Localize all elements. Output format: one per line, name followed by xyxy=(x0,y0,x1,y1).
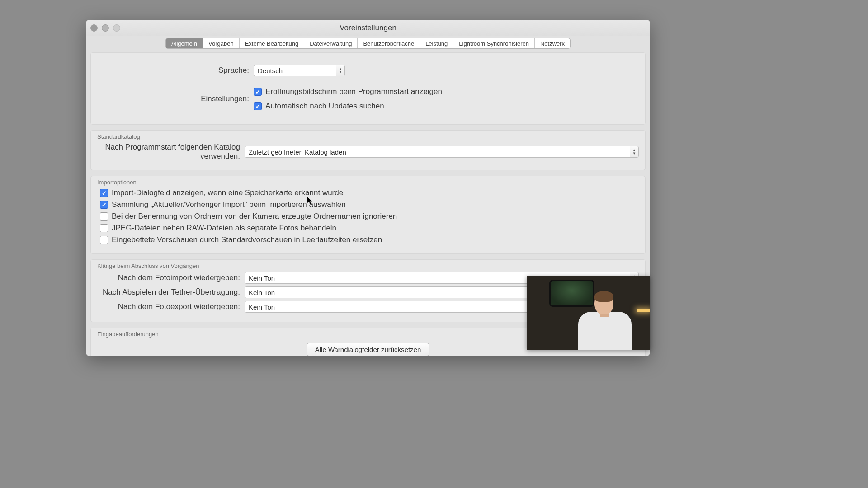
checkbox-label: JPEG-Dateien neben RAW-Dateien als separ… xyxy=(112,224,336,233)
minimize-icon[interactable] xyxy=(102,24,109,32)
general-top-group: Sprache: Deutsch ▲▼ Einstellungen: Eröff… xyxy=(90,52,646,125)
default-catalog-popup[interactable]: Zuletzt geöffneten Katalog laden ▲▼ xyxy=(245,146,639,158)
desktop-background: Voreinstellungen AllgemeinVorgabenExtern… xyxy=(0,0,868,488)
checkbox-label: Import-Dialogfeld anzeigen, wenn eine Sp… xyxy=(112,188,343,197)
language-popup[interactable]: Deutsch ▲▼ xyxy=(254,65,345,76)
sound-row-label: Nach dem Fotoexport wiedergeben: xyxy=(97,302,245,311)
checkbox[interactable] xyxy=(100,236,108,244)
checkbox-label: Eröffnungsbildschirm beim Programmstart … xyxy=(265,87,442,96)
tab-dateiverwaltung[interactable]: Dateiverwaltung xyxy=(304,38,358,48)
checkbox-label: Bei der Benennung von Ordnern von der Ka… xyxy=(112,212,397,221)
reset-warnings-button[interactable]: Alle Warndialogfelder zurücksetzen xyxy=(307,343,430,356)
settings-check-1: Automatisch nach Updates suchen xyxy=(254,102,384,111)
default-catalog-value: Zuletzt geöffneten Katalog laden xyxy=(249,148,630,156)
settings-label: Einstellungen: xyxy=(100,94,254,103)
import-option-2: Bei der Benennung von Ordnern von der Ka… xyxy=(100,212,639,221)
window-titlebar: Voreinstellungen xyxy=(86,20,650,36)
import-option-3: JPEG-Dateien neben RAW-Dateien als separ… xyxy=(100,224,639,233)
checkbox-label: Sammlung „Aktueller/Vorheriger Import“ b… xyxy=(112,200,346,209)
sound-row-label: Nach Abspielen der Tether-Übertragung: xyxy=(97,288,245,297)
settings-check-0: Eröffnungsbildschirm beim Programmstart … xyxy=(254,87,442,96)
import-options-group: Importoptionen Import-Dialogfeld anzeige… xyxy=(90,176,646,254)
checkbox[interactable] xyxy=(100,224,108,232)
chevron-updown-icon: ▲▼ xyxy=(336,65,344,76)
language-label: Sprache: xyxy=(100,66,254,75)
language-value: Deutsch xyxy=(258,67,336,75)
default-catalog-title: Standardkatalog xyxy=(97,133,639,140)
tab-vorgaben[interactable]: Vorgaben xyxy=(203,38,240,48)
tab-externe-bearbeitung[interactable]: Externe Bearbeitung xyxy=(240,38,305,48)
checkbox[interactable] xyxy=(254,88,262,96)
import-option-1: Sammlung „Aktueller/Vorheriger Import“ b… xyxy=(100,200,639,209)
sound-row-label: Nach dem Fotoimport wiedergeben: xyxy=(97,273,245,282)
tab-allgemein[interactable]: Allgemein xyxy=(166,38,203,48)
tab-netzwerk[interactable]: Netzwerk xyxy=(535,38,570,48)
window-controls xyxy=(90,24,120,32)
completion-sounds-title: Klänge beim Abschluss von Vorgängen xyxy=(97,263,639,269)
preferences-tabbar: AllgemeinVorgabenExterne BearbeitungDate… xyxy=(86,36,650,49)
import-options-title: Importoptionen xyxy=(97,179,639,186)
tab-segmented-control: AllgemeinVorgabenExterne BearbeitungDate… xyxy=(165,38,571,49)
default-catalog-group: Standardkatalog Nach Programmstart folge… xyxy=(90,130,646,170)
import-option-4: Eingebettete Vorschauen durch Standardvo… xyxy=(100,235,639,244)
default-catalog-label: Nach Programmstart folgenden Katalog ver… xyxy=(97,143,245,161)
zoom-icon xyxy=(113,24,120,32)
checkbox[interactable] xyxy=(254,102,262,110)
webcam-overlay xyxy=(527,276,650,350)
close-icon[interactable] xyxy=(90,24,98,32)
import-option-0: Import-Dialogfeld anzeigen, wenn eine Sp… xyxy=(100,188,639,197)
checkbox[interactable] xyxy=(100,201,108,209)
checkbox[interactable] xyxy=(100,212,108,221)
checkbox-label: Automatisch nach Updates suchen xyxy=(265,102,384,111)
checkbox-label: Eingebettete Vorschauen durch Standardvo… xyxy=(112,235,382,244)
window-title: Voreinstellungen xyxy=(340,23,396,33)
chevron-updown-icon: ▲▼ xyxy=(630,146,638,157)
tab-leistung[interactable]: Leistung xyxy=(420,38,453,48)
tab-lightroom-synchronisieren[interactable]: Lightroom Synchronisieren xyxy=(453,38,535,48)
tab-benutzeroberfl-che[interactable]: Benutzeroberfläche xyxy=(358,38,420,48)
checkbox[interactable] xyxy=(100,189,108,197)
